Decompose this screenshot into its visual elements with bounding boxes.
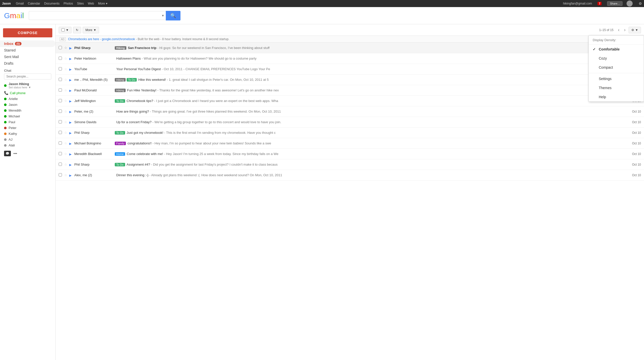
- star-icon[interactable]: ☆: [64, 141, 69, 145]
- contact-paul[interactable]: Paul: [4, 119, 51, 125]
- email-checkbox-input[interactable]: [59, 57, 62, 60]
- contact-arielle[interactable]: Arielle: [4, 96, 51, 102]
- call-phone-item[interactable]: 📞 Call phone: [4, 90, 51, 96]
- email-checkbox[interactable]: [59, 110, 64, 114]
- email-checkbox-input[interactable]: [59, 163, 62, 166]
- email-label-family[interactable]: Family: [115, 142, 126, 145]
- email-checkbox-input[interactable]: [59, 120, 62, 123]
- star-icon[interactable]: ☆: [64, 120, 69, 124]
- email-checkbox-input[interactable]: [59, 78, 62, 81]
- email-label-hiking[interactable]: Hiking: [115, 78, 126, 82]
- refresh-button[interactable]: ↻: [73, 27, 81, 33]
- email-label-to-do[interactable]: To Do: [127, 78, 137, 82]
- email-label-to-do[interactable]: To Do: [115, 131, 125, 135]
- email-row[interactable]: ☆▶Paul McDonaldHikingFun Hike Yesterday!…: [56, 85, 644, 96]
- email-checkbox[interactable]: [59, 141, 64, 145]
- sidebar-item-sent[interactable]: Sent Mail: [0, 54, 55, 60]
- contact-kathy[interactable]: Kathy: [4, 131, 51, 137]
- email-row[interactable]: ☆▶Jeff WellingtonTo DoChromebook tips? -…: [56, 96, 644, 106]
- next-page-button[interactable]: ›: [623, 26, 627, 34]
- email-checkbox-input[interactable]: [59, 131, 62, 134]
- email-label-to-do[interactable]: To Do: [115, 163, 125, 166]
- star-icon[interactable]: ☆: [64, 46, 69, 50]
- email-row[interactable]: ☆▶Phil SharpTo DoAssignment #4? - Did yo…: [56, 159, 644, 170]
- contact-aj[interactable]: AJ: [4, 137, 51, 142]
- chat-bubble-icon[interactable]: 💬: [4, 151, 11, 156]
- email-row[interactable]: ☆▶Simone DavidsUp for a concert Friday? …: [56, 117, 644, 127]
- email-checkbox[interactable]: [59, 131, 64, 135]
- email-checkbox-input[interactable]: [59, 46, 62, 49]
- themes-item[interactable]: Themes: [589, 83, 644, 92]
- email-label-hiking[interactable]: Hiking: [115, 46, 126, 50]
- star-icon[interactable]: ☆: [64, 67, 69, 71]
- topbar-sites[interactable]: Sites: [77, 2, 84, 5]
- more-button[interactable]: More ▼: [83, 27, 99, 33]
- chat-user-status[interactable]: Set status here ▼: [9, 86, 31, 89]
- star-icon[interactable]: ☆: [64, 131, 69, 135]
- search-input[interactable]: [29, 11, 160, 20]
- email-checkbox-input[interactable]: [59, 88, 62, 92]
- email-checkbox-input[interactable]: [59, 141, 62, 145]
- star-icon[interactable]: ☆: [64, 110, 69, 113]
- email-checkbox-input[interactable]: [59, 173, 62, 176]
- email-label-to-do[interactable]: To Do: [115, 99, 125, 103]
- sidebar-item-drafts[interactable]: Drafts: [0, 60, 55, 67]
- email-row[interactable]: ☆▶me .. Phil, Meredith (5)HikingTo DoHik…: [56, 74, 644, 85]
- topbar-calendar[interactable]: Calendar: [28, 2, 40, 5]
- select-all-checkbox[interactable]: [61, 28, 65, 32]
- topbar-documents[interactable]: Documents: [44, 2, 60, 5]
- density-compact[interactable]: Compact: [589, 63, 644, 72]
- email-checkbox[interactable]: [59, 46, 64, 50]
- email-row[interactable]: ☆▶Phil SharpHikingSan Francisco trip - H…: [56, 43, 644, 53]
- star-icon[interactable]: ☆: [64, 99, 69, 103]
- email-row[interactable]: ☆▶Alex, me (2)Dinner this evening :-) - …: [56, 170, 644, 181]
- sidebar-item-inbox[interactable]: Inbox (5): [0, 40, 55, 47]
- chat-more-icon[interactable]: •••: [13, 151, 17, 156]
- contact-alali[interactable]: Alali: [4, 142, 51, 148]
- compose-button[interactable]: COMPOSE: [3, 28, 52, 37]
- star-icon[interactable]: ☆: [64, 57, 69, 60]
- search-dropdown-arrow-icon[interactable]: ▼: [160, 14, 166, 17]
- star-icon[interactable]: ☆: [64, 78, 69, 82]
- help-item[interactable]: Help: [589, 92, 644, 101]
- contact-jason[interactable]: Jason: [4, 102, 51, 108]
- settings-item[interactable]: Settings: [589, 74, 644, 83]
- email-checkbox[interactable]: [59, 163, 64, 167]
- topbar-photos[interactable]: Photos: [63, 2, 73, 5]
- email-row[interactable]: ☆▶Meredith BlackwellHomeCome celebrate w…: [56, 149, 644, 159]
- email-row[interactable]: ☆▶Peter, me (2)How are things going? - T…: [56, 106, 644, 117]
- density-cozy[interactable]: Cozy: [589, 54, 644, 63]
- email-row[interactable]: ☆▶Michael BologninoFamilycongratulations…: [56, 138, 644, 149]
- email-checkbox-input[interactable]: [59, 67, 62, 70]
- topbar-notif-badge[interactable]: 7: [597, 2, 602, 5]
- sidebar-item-starred[interactable]: Starred: [0, 47, 55, 54]
- email-checkbox[interactable]: [59, 57, 64, 61]
- email-row[interactable]: ☆▶YouTubeYour Personal YouTube Digest - …: [56, 64, 644, 74]
- contact-peter[interactable]: Peter: [4, 125, 51, 131]
- email-label-hiking[interactable]: Hiking: [115, 89, 126, 92]
- email-row[interactable]: ☆▶Phil SharpTo DoJust got my chromebook!…: [56, 127, 644, 138]
- star-icon[interactable]: ☆: [64, 152, 69, 156]
- email-label-home[interactable]: Home: [115, 152, 125, 156]
- search-button[interactable]: 🔍: [166, 11, 180, 20]
- topbar-settings-icon[interactable]: ⚙: [639, 2, 642, 6]
- select-checkbox-button[interactable]: ▼: [59, 27, 72, 33]
- topbar-share-button[interactable]: Share...: [607, 1, 623, 6]
- topbar-more[interactable]: More ▾: [98, 2, 107, 5]
- star-icon[interactable]: ☆: [64, 88, 69, 92]
- select-dropdown-icon[interactable]: ▼: [66, 28, 69, 32]
- gear-settings-button[interactable]: ⚙ ▼: [629, 27, 641, 33]
- email-checkbox[interactable]: [59, 120, 64, 124]
- email-checkbox[interactable]: [59, 152, 64, 156]
- ad-link[interactable]: Chromebooks are here - google.com/chrome…: [68, 37, 135, 41]
- contact-meredith[interactable]: Meredith: [4, 108, 51, 113]
- email-checkbox[interactable]: [59, 78, 64, 82]
- email-checkbox[interactable]: [59, 88, 64, 92]
- email-checkbox-input[interactable]: [59, 152, 62, 155]
- email-checkbox-input[interactable]: [59, 110, 62, 113]
- contact-michael[interactable]: Michael: [4, 113, 51, 119]
- density-comfortable[interactable]: ✓ Comfortable: [589, 45, 644, 54]
- email-checkbox[interactable]: [59, 99, 64, 103]
- email-row[interactable]: ☆▶Peter HarbisonHalloween Plans - What a…: [56, 53, 644, 64]
- prev-page-button[interactable]: ‹: [616, 26, 621, 34]
